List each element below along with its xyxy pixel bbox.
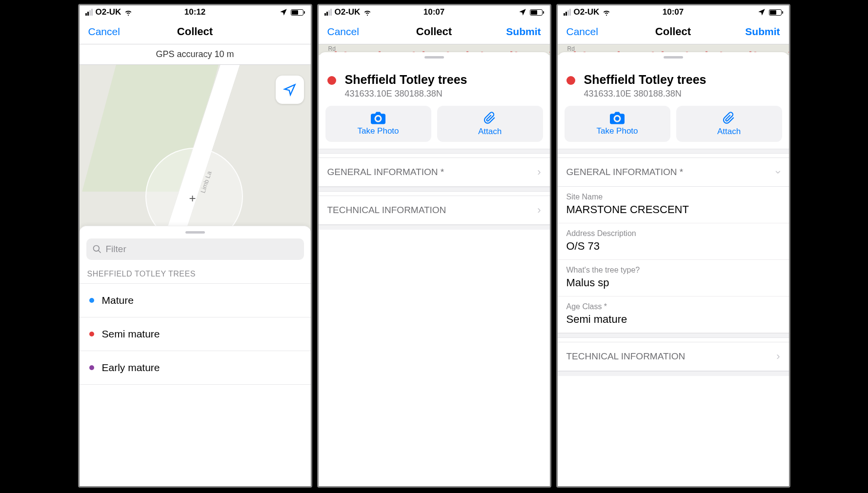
category-mature[interactable]: Mature (80, 284, 311, 317)
field-label: Address Description (566, 229, 780, 238)
take-photo-button[interactable]: Take Photo (325, 106, 431, 142)
clock: 10:12 (184, 7, 205, 17)
gps-accuracy-label: GPS accuracy 10 m (80, 44, 311, 65)
category-semi-mature[interactable]: Semi mature (80, 317, 311, 351)
attach-label: Attach (478, 127, 502, 137)
field-site-name[interactable]: Site Name MARSTONE CRESCENT (558, 187, 789, 223)
sheet-grabber[interactable] (185, 231, 205, 234)
screen-collect-form-collapsed: O2-UK 10:07 Cancel Collect Submit Rd She… (317, 4, 551, 488)
section-label: GENERAL INFORMATION * (327, 167, 444, 177)
page-title: Collect (655, 25, 691, 38)
road-label: Rd (567, 45, 575, 52)
carrier-label: O2-UK (335, 7, 361, 17)
take-photo-label: Take Photo (357, 126, 399, 136)
cell-signal-icon (564, 9, 571, 16)
camera-icon (610, 112, 625, 124)
feature-coordinates: 431633.10E 380188.38N (345, 89, 467, 99)
paperclip-icon (484, 111, 496, 125)
section-label: GENERAL INFORMATION * (566, 167, 684, 177)
wifi-icon (602, 8, 611, 17)
chevron-down-icon: › (772, 170, 785, 174)
wifi-icon (124, 8, 133, 17)
attach-button[interactable]: Attach (676, 106, 782, 142)
layer-section-header: SHEFFIELD TOTLEY TREES (80, 266, 311, 284)
dot-icon (89, 298, 94, 303)
field-label: What's the tree type? (566, 266, 780, 275)
chevron-right-icon: › (537, 204, 541, 217)
feature-symbol-icon (566, 76, 575, 85)
camera-icon (371, 112, 385, 124)
category-label: Mature (102, 295, 134, 306)
road-label: Rd (328, 45, 336, 52)
sheet-grabber[interactable] (664, 56, 683, 59)
dot-icon (89, 332, 94, 336)
feature-card: Sheffield Totley trees 431633.10E 380188… (319, 52, 550, 486)
crosshair-icon: + (189, 192, 196, 205)
nav-bar: Cancel Collect Submit (319, 19, 550, 44)
layer-picker-sheet: Filter SHEFFIELD TOTLEY TREES Mature Sem… (80, 226, 311, 486)
location-icon (279, 8, 288, 17)
cancel-button[interactable]: Cancel (566, 26, 598, 38)
section-technical-information[interactable]: TECHNICAL INFORMATION › (319, 196, 550, 225)
section-general-information[interactable]: GENERAL INFORMATION * › (558, 158, 789, 187)
page-title: Collect (416, 25, 452, 38)
battery-icon (530, 9, 544, 16)
carrier-label: O2-UK (574, 7, 600, 17)
paperclip-icon (723, 111, 735, 125)
locate-button[interactable] (276, 76, 304, 104)
location-icon (518, 8, 527, 17)
status-bar: O2-UK 10:07 (319, 5, 550, 19)
field-value: O/S 73 (566, 240, 780, 253)
attach-label: Attach (717, 127, 741, 137)
feature-card: Sheffield Totley trees 431633.10E 380188… (558, 52, 789, 486)
field-address-description[interactable]: Address Description O/S 73 (558, 223, 789, 260)
field-tree-type[interactable]: What's the tree type? Malus sp (558, 260, 789, 296)
section-label: TECHNICAL INFORMATION (566, 351, 686, 362)
chevron-right-icon: › (537, 166, 541, 178)
section-label: TECHNICAL INFORMATION (327, 205, 446, 216)
carrier-label: O2-UK (96, 7, 121, 17)
compass-icon (283, 83, 297, 97)
take-photo-button[interactable]: Take Photo (565, 106, 670, 142)
dot-icon (89, 365, 94, 370)
section-technical-information[interactable]: TECHNICAL INFORMATION › (558, 342, 789, 371)
filter-placeholder: Filter (106, 244, 126, 255)
cell-signal-icon (85, 9, 93, 16)
status-bar: O2-UK 10:12 (80, 5, 311, 19)
section-general-information[interactable]: GENERAL INFORMATION * › (319, 158, 550, 187)
field-label: Age Class * (566, 302, 780, 311)
screen-collect-map: O2-UK 10:12 Cancel Collect GPS accuracy … (78, 4, 312, 488)
submit-button[interactable]: Submit (745, 26, 780, 38)
battery-icon (291, 9, 305, 16)
nav-bar: Cancel Collect (80, 19, 311, 44)
chevron-right-icon: › (776, 350, 780, 363)
submit-button[interactable]: Submit (506, 26, 541, 38)
feature-title: Sheffield Totley trees (584, 72, 707, 87)
svg-line-1 (98, 251, 101, 253)
feature-title: Sheffield Totley trees (345, 72, 467, 87)
cancel-button[interactable]: Cancel (88, 26, 120, 38)
field-value: MARSTONE CRESCENT (566, 203, 780, 216)
filter-input[interactable]: Filter (86, 238, 304, 260)
cell-signal-icon (324, 9, 332, 16)
page-title: Collect (177, 25, 213, 38)
svg-point-0 (93, 246, 99, 252)
feature-coordinates: 431633.10E 380188.38N (584, 89, 707, 99)
feature-symbol-icon (327, 76, 336, 85)
battery-icon (769, 9, 783, 16)
clock: 10:07 (663, 7, 684, 17)
field-age-class[interactable]: Age Class * Semi mature (558, 296, 789, 333)
wifi-icon (363, 8, 372, 17)
attach-button[interactable]: Attach (437, 106, 543, 142)
screen-collect-form-expanded: O2-UK 10:07 Cancel Collect Submit Rd She… (556, 4, 790, 488)
map[interactable]: Limb La + (80, 65, 311, 231)
cancel-button[interactable]: Cancel (327, 26, 359, 38)
take-photo-label: Take Photo (596, 126, 638, 136)
category-early-mature[interactable]: Early mature (80, 351, 311, 385)
field-value: Malus sp (566, 276, 780, 289)
category-label: Early mature (102, 362, 160, 374)
sheet-grabber[interactable] (424, 56, 444, 59)
clock: 10:07 (424, 7, 444, 17)
category-label: Semi mature (102, 328, 160, 340)
location-icon (757, 8, 766, 17)
